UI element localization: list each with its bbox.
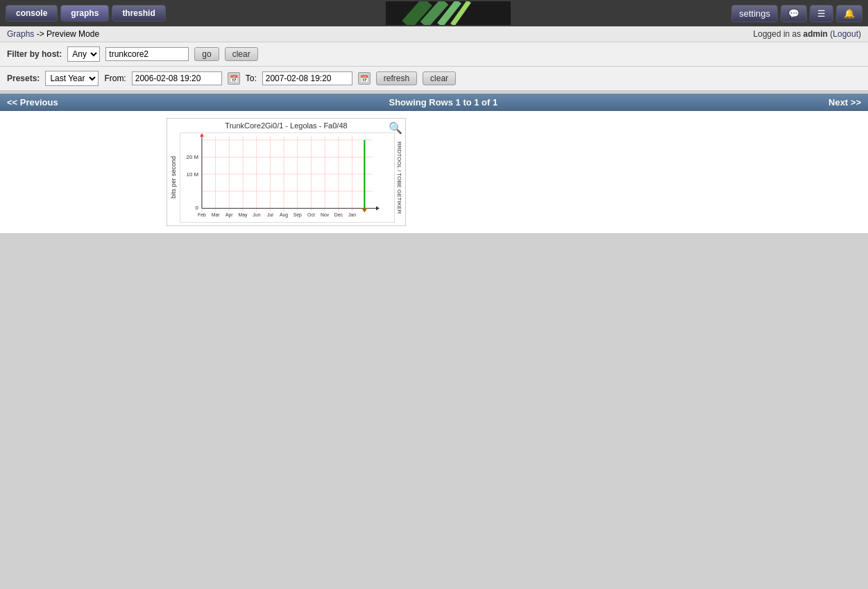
results-header: << Previous Showing Rows 1 to 1 of 1 Nex… xyxy=(0,94,868,111)
filter-host-row: Filter by host: Any go clear xyxy=(0,42,868,67)
to-calendar-icon[interactable]: 📅 xyxy=(358,72,371,85)
svg-text:Jan: Jan xyxy=(348,212,356,217)
login-info: Logged in as admin (Logout) xyxy=(754,29,861,39)
svg-text:Nov: Nov xyxy=(321,212,330,217)
breadcrumb-current: Preview Mode xyxy=(46,29,99,39)
breadcrumb-graphs-link[interactable]: Graphs xyxy=(7,29,34,39)
breadcrumb-bar: Graphs -> Preview Mode Logged in as admi… xyxy=(0,26,868,42)
results-content: TrunkCore2Gi0/1 - Legolas - Fa0/48 bits … xyxy=(0,111,868,233)
alert-button[interactable]: 🔔 xyxy=(836,5,862,22)
threshold-nav-button[interactable]: threshid xyxy=(112,5,165,22)
svg-text:Oct: Oct xyxy=(307,212,315,217)
chart-title: TrunkCore2Gi0/1 - Legolas - Fa0/48 xyxy=(170,121,402,130)
prev-link[interactable]: << Previous xyxy=(7,97,58,108)
svg-text:10 M: 10 M xyxy=(187,171,198,178)
console-nav-button[interactable]: console xyxy=(6,5,58,22)
svg-text:Feb: Feb xyxy=(198,212,206,217)
left-spacer xyxy=(7,118,160,226)
presets-label: Presets: xyxy=(7,74,40,83)
chart-svg-area: bits per second xyxy=(170,133,402,223)
side-label: RRDTOOL / TOBE GETIKER xyxy=(396,142,402,214)
next-link[interactable]: Next >> xyxy=(828,97,861,108)
svg-text:May: May xyxy=(239,212,248,218)
refresh-button[interactable]: refresh xyxy=(376,71,417,85)
settings-button[interactable]: settings xyxy=(731,5,778,22)
svg-text:Jul: Jul xyxy=(267,212,273,217)
svg-text:Apr: Apr xyxy=(225,212,233,218)
svg-text:Jun: Jun xyxy=(253,212,260,217)
chart-graphic: 20 M 10 M 0 Feb Mar Apr May Jun Jul Aug … xyxy=(180,133,395,223)
zoom-icon[interactable]: 🔍 xyxy=(389,121,402,135)
svg-text:20 M: 20 M xyxy=(187,154,198,160)
from-input[interactable] xyxy=(132,71,222,85)
go-button[interactable]: go xyxy=(194,47,219,61)
login-prefix: Logged in as xyxy=(754,29,801,39)
preset-select[interactable]: Last Year xyxy=(45,71,99,86)
right-icons: settings 💬 ☰ 🔔 xyxy=(731,5,862,22)
clear-presets-button[interactable]: clear xyxy=(423,71,456,85)
top-navigation: console graphs threshid settings 💬 ☰ 🔔 xyxy=(0,0,868,26)
clear-host-button[interactable]: clear xyxy=(225,47,258,61)
logo-area xyxy=(169,1,729,25)
y-axis-label: bits per second xyxy=(170,156,177,198)
from-calendar-icon[interactable]: 📅 xyxy=(228,72,240,85)
to-label: To: xyxy=(246,74,257,83)
logo-graphic xyxy=(386,1,511,25)
breadcrumb: Graphs -> Preview Mode xyxy=(7,29,99,39)
graphs-nav-button[interactable]: graphs xyxy=(60,5,109,22)
showing-rows: Showing Rows 1 to 1 of 1 xyxy=(389,97,498,108)
svg-text:Sep: Sep xyxy=(293,212,302,218)
list-button[interactable]: ☰ xyxy=(810,5,833,22)
host-select[interactable]: Any xyxy=(67,46,100,62)
from-label: From: xyxy=(104,74,126,83)
breadcrumb-separator: -> xyxy=(37,29,44,39)
login-username: admin xyxy=(803,29,828,39)
svg-text:Dec: Dec xyxy=(334,212,343,217)
to-input[interactable] xyxy=(262,71,352,85)
svg-text:Aug: Aug xyxy=(280,212,288,218)
svg-text:Mar: Mar xyxy=(212,212,221,217)
presets-row: Presets: Last Year From: 📅 To: 📅 refresh… xyxy=(0,67,868,91)
filter-host-label: Filter by host: xyxy=(7,49,62,59)
chart-container: TrunkCore2Gi0/1 - Legolas - Fa0/48 bits … xyxy=(167,118,406,226)
help-button[interactable]: 💬 xyxy=(781,5,807,22)
host-input[interactable] xyxy=(105,47,189,61)
svg-text:0: 0 xyxy=(196,205,199,211)
logout-link[interactable]: Logout xyxy=(833,29,858,39)
